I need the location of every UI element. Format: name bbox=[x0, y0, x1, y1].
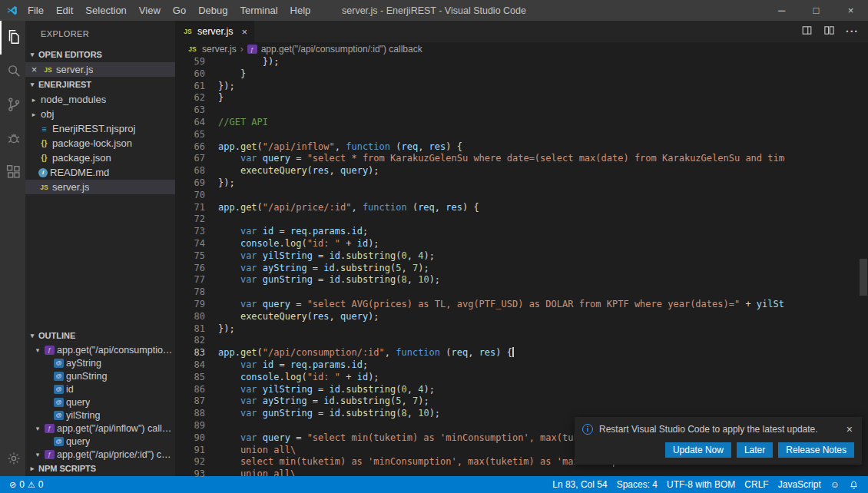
close-window-button[interactable]: × bbox=[833, 0, 868, 21]
menu-terminal[interactable]: Terminal bbox=[234, 0, 283, 21]
menu-edit[interactable]: Edit bbox=[50, 0, 79, 21]
line-number[interactable]: 87 bbox=[175, 395, 218, 408]
activity-extensions[interactable] bbox=[0, 156, 25, 190]
split-editor-icon[interactable] bbox=[823, 25, 835, 38]
code-line[interactable]: //GET API bbox=[218, 117, 785, 129]
open-editors-header[interactable]: ▾ OPEN EDITORS bbox=[25, 47, 175, 62]
breadcrumb-symbol[interactable]: app.get("/api/consumption/:id") callback bbox=[261, 44, 422, 55]
tree-item-obj[interactable]: ▸obj bbox=[25, 107, 175, 121]
feedback-smiley-icon[interactable]: ☺ bbox=[826, 476, 844, 493]
code-line[interactable]: var yilString = id.substring(0, 4); bbox=[218, 384, 785, 396]
tree-item-readme-md[interactable]: iREADME.md bbox=[25, 165, 175, 180]
code-line[interactable]: var id = req.params.id; bbox=[218, 359, 785, 372]
code-line[interactable]: } bbox=[218, 68, 785, 81]
tree-item-server-js[interactable]: JSserver.js bbox=[25, 180, 175, 194]
npm-scripts-header[interactable]: ▸ NPM SCRIPTS bbox=[25, 461, 175, 476]
code-line[interactable] bbox=[218, 190, 785, 202]
line-number[interactable]: 91 bbox=[175, 445, 218, 457]
line-number[interactable]: 72 bbox=[175, 213, 218, 226]
line-number[interactable]: 89 bbox=[175, 420, 218, 432]
code-line[interactable]: console.log("id: " + id); bbox=[218, 372, 785, 384]
code-line[interactable]: var ayString = id.substring(5, 7); bbox=[218, 395, 785, 408]
tab-server-js[interactable]: JS server.js × bbox=[175, 21, 254, 42]
line-number[interactable]: 61 bbox=[175, 81, 218, 93]
line-number[interactable]: 63 bbox=[175, 104, 218, 117]
line-number[interactable]: 75 bbox=[175, 250, 218, 263]
line-number[interactable]: 85 bbox=[175, 372, 218, 384]
outline-header[interactable]: ▾ OUTLINE bbox=[25, 328, 175, 343]
tree-item-enerjirest-njsproj[interactable]: ≡EnerjiREST.njsproj bbox=[25, 121, 175, 136]
code-line[interactable] bbox=[218, 335, 785, 347]
line-number[interactable]: 66 bbox=[175, 141, 218, 154]
line-number[interactable]: 59 bbox=[175, 56, 218, 68]
code-line[interactable] bbox=[218, 286, 785, 299]
code-line[interactable] bbox=[218, 104, 785, 117]
line-number[interactable]: 60 bbox=[175, 68, 218, 81]
code-line[interactable]: union all\ bbox=[218, 468, 785, 476]
code-line[interactable]: var gunString = id.substring(8, 10); bbox=[218, 274, 785, 286]
menu-selection[interactable]: Selection bbox=[79, 0, 132, 21]
line-number[interactable]: 68 bbox=[175, 165, 218, 177]
line-number[interactable]: 80 bbox=[175, 311, 218, 323]
tree-item-package-json[interactable]: {}package.json bbox=[25, 151, 175, 165]
cursor-position-status[interactable]: Ln 83, Col 54 bbox=[548, 476, 611, 493]
indentation-status[interactable]: Spaces: 4 bbox=[612, 476, 662, 493]
outline-item-id[interactable]: @id bbox=[25, 382, 175, 395]
outline-item-yilstring[interactable]: @yilString bbox=[25, 409, 175, 422]
line-number[interactable]: 76 bbox=[175, 263, 218, 275]
folder-header-enerjirest[interactable]: ▾ ENERJIREST bbox=[25, 77, 175, 92]
code-line[interactable]: var yilString = id.substring(0, 4); bbox=[218, 250, 785, 263]
line-number[interactable]: 67 bbox=[175, 153, 218, 165]
language-status[interactable]: JavaScript bbox=[774, 476, 826, 493]
line-number[interactable]: 83 bbox=[175, 347, 218, 359]
code-line[interactable]: } bbox=[218, 92, 785, 104]
code-line[interactable]: var id = req.params.id; bbox=[218, 226, 785, 238]
toggle-editor-layout-icon[interactable] bbox=[801, 25, 813, 38]
code-line[interactable]: }); bbox=[218, 56, 785, 68]
line-number[interactable]: 77 bbox=[175, 274, 218, 286]
encoding-status[interactable]: UTF-8 with BOM bbox=[662, 476, 740, 493]
close-tab-icon[interactable]: × bbox=[242, 26, 248, 38]
line-number[interactable]: 70 bbox=[175, 190, 218, 202]
menu-debug[interactable]: Debug bbox=[192, 0, 234, 21]
release-notes-button[interactable]: Release Notes bbox=[778, 442, 854, 458]
menu-file[interactable]: File bbox=[22, 0, 50, 21]
menu-go[interactable]: Go bbox=[167, 0, 192, 21]
outline-item-app-get-api-inflow-callback[interactable]: ▾ƒapp.get("/api/inflow") callback bbox=[25, 422, 175, 435]
later-button[interactable]: Later bbox=[737, 442, 773, 458]
line-number[interactable]: 74 bbox=[175, 238, 218, 250]
eol-status[interactable]: CRLF bbox=[740, 476, 773, 493]
code-line[interactable]: }); bbox=[218, 81, 785, 93]
code-line[interactable]: app.get("/api/inflow", function (req, re… bbox=[218, 141, 785, 154]
close-notification-icon[interactable]: × bbox=[845, 423, 854, 435]
line-number[interactable]: 90 bbox=[175, 432, 218, 445]
open-editor-item-server-js[interactable]: × JS server.js bbox=[25, 62, 175, 77]
scrollbar-thumb[interactable] bbox=[860, 259, 867, 296]
minimize-button[interactable]: ─ bbox=[764, 0, 799, 21]
outline-item-aystring[interactable]: @ayString bbox=[25, 356, 175, 369]
code-line[interactable]: executeQuery(res, query); bbox=[218, 311, 785, 323]
code-line[interactable]: }); bbox=[218, 323, 785, 336]
tree-item-package-lock-json[interactable]: {}package-lock.json bbox=[25, 136, 175, 151]
problems-status[interactable]: ⊘ 0 ⚠ 0 bbox=[5, 476, 48, 493]
code-line[interactable]: app.get("/api/consumption/:id", function… bbox=[218, 347, 785, 359]
code-line[interactable]: var query = "select * from KarakuzGelenS… bbox=[218, 153, 785, 165]
outline-item-query[interactable]: @query bbox=[25, 395, 175, 409]
line-number[interactable]: 73 bbox=[175, 226, 218, 238]
notifications-bell-icon[interactable] bbox=[844, 476, 863, 493]
code-line[interactable]: executeQuery(res, query); bbox=[218, 165, 785, 177]
activity-debug[interactable] bbox=[0, 122, 25, 156]
more-actions-icon[interactable]: ··· bbox=[846, 25, 859, 38]
menu-view[interactable]: View bbox=[133, 0, 167, 21]
outline-item-app-get-api-consumption-id-callback[interactable]: ▾ƒapp.get("/api/consumption/:id") callba… bbox=[25, 343, 175, 356]
outline-item-app-get-api-price-id-callback[interactable]: ▾ƒapp.get("/api/price/:id") callback bbox=[25, 448, 175, 461]
code-line[interactable]: var query = "select AVG(prices) as TL, a… bbox=[218, 299, 785, 311]
line-number[interactable]: 65 bbox=[175, 129, 218, 141]
code-line[interactable]: app.get("/api/price/:id", function (req,… bbox=[218, 202, 785, 214]
update-now-button[interactable]: Update Now bbox=[665, 442, 731, 458]
code-line[interactable] bbox=[218, 213, 785, 226]
line-number[interactable]: 69 bbox=[175, 177, 218, 190]
tree-item-node-modules[interactable]: ▸node_modules bbox=[25, 92, 175, 107]
line-number[interactable]: 62 bbox=[175, 92, 218, 104]
code-line[interactable] bbox=[218, 129, 785, 141]
